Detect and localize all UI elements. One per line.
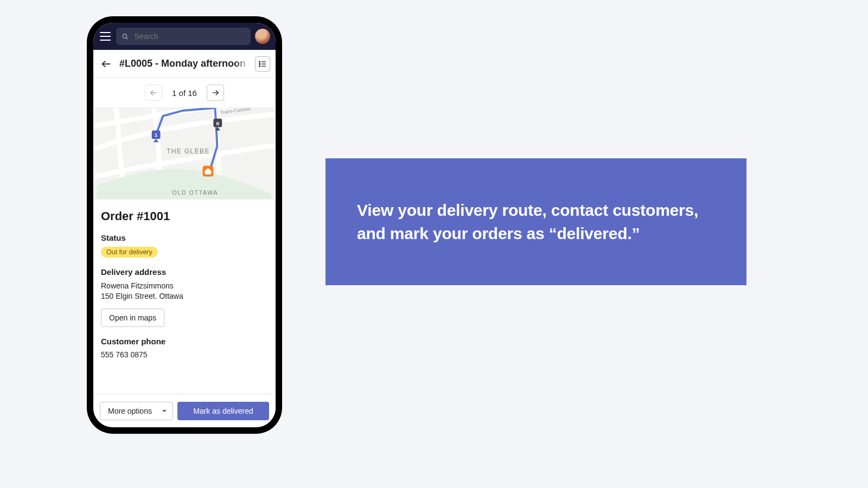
back-button[interactable] xyxy=(99,56,114,72)
phone-section: Customer phone 555 763 0875 xyxy=(101,337,268,359)
phone-frame: #L0005 - Monday afternoon delivery 1 of … xyxy=(87,16,282,434)
svg-text:1: 1 xyxy=(155,132,158,138)
open-in-maps-button[interactable]: Open in maps xyxy=(101,309,164,327)
more-options-label: More options xyxy=(108,407,152,415)
mark-delivered-button[interactable]: Mark as delivered xyxy=(177,402,269,420)
address-line: 150 Elgin Street. Ottawa xyxy=(101,291,268,301)
action-bar: More options Mark as delivered xyxy=(93,394,276,427)
menu-icon[interactable] xyxy=(99,30,112,43)
search-input-wrapper[interactable] xyxy=(116,28,251,45)
search-input[interactable] xyxy=(134,32,245,41)
customer-phone[interactable]: 555 763 0875 xyxy=(101,350,268,359)
arrow-left-icon xyxy=(100,58,112,70)
customer-name: Rowena Fitzsimmons xyxy=(101,281,268,291)
status-badge: Out for delivery xyxy=(101,247,158,258)
pager: 1 of 16 xyxy=(93,78,276,107)
arrow-left-icon xyxy=(149,88,158,98)
svg-point-6 xyxy=(259,61,260,62)
svg-line-1 xyxy=(126,37,128,39)
pager-next-button[interactable] xyxy=(207,85,224,101)
svg-point-0 xyxy=(123,34,126,38)
map-svg: THE GLEBE OLD OTTAWA Trans-Canada 1 6 xyxy=(93,108,276,199)
pager-count: 1 of 16 xyxy=(172,88,197,98)
status-section: Status Out for delivery xyxy=(101,233,268,258)
promo-text: View your delivery route, contact custom… xyxy=(357,198,715,246)
search-icon xyxy=(122,33,129,41)
order-details: Order #1001 Status Out for delivery Deli… xyxy=(93,200,276,394)
svg-point-7 xyxy=(259,63,260,65)
address-label: Delivery address xyxy=(101,267,268,277)
map-label-old-ottawa: OLD OTTAWA xyxy=(172,189,218,196)
svg-text:6: 6 xyxy=(216,120,220,126)
promo-banner: View your delivery route, contact custom… xyxy=(326,158,746,285)
map-label-glebe: THE GLEBE xyxy=(167,147,210,155)
more-options-button[interactable]: More options xyxy=(100,402,173,420)
list-icon xyxy=(258,60,267,68)
status-label: Status xyxy=(101,233,268,242)
pager-prev-button[interactable] xyxy=(145,85,162,101)
avatar[interactable] xyxy=(255,29,270,44)
phone-label: Customer phone xyxy=(101,337,268,346)
arrow-right-icon xyxy=(210,88,220,98)
svg-point-8 xyxy=(259,66,260,67)
caret-down-icon xyxy=(162,408,167,414)
address-section: Delivery address Rowena Fitzsimmons 150 … xyxy=(101,267,268,327)
map-marker-home xyxy=(203,166,214,177)
list-view-button[interactable] xyxy=(255,56,270,72)
route-map[interactable]: THE GLEBE OLD OTTAWA Trans-Canada 1 6 xyxy=(93,107,276,200)
top-nav-bar xyxy=(93,23,276,50)
order-heading: Order #1001 xyxy=(101,209,268,223)
page-title: #L0005 - Monday afternoon delivery xyxy=(119,58,250,69)
phone-screen: #L0005 - Monday afternoon delivery 1 of … xyxy=(93,23,276,427)
title-bar: #L0005 - Monday afternoon delivery xyxy=(93,50,276,78)
